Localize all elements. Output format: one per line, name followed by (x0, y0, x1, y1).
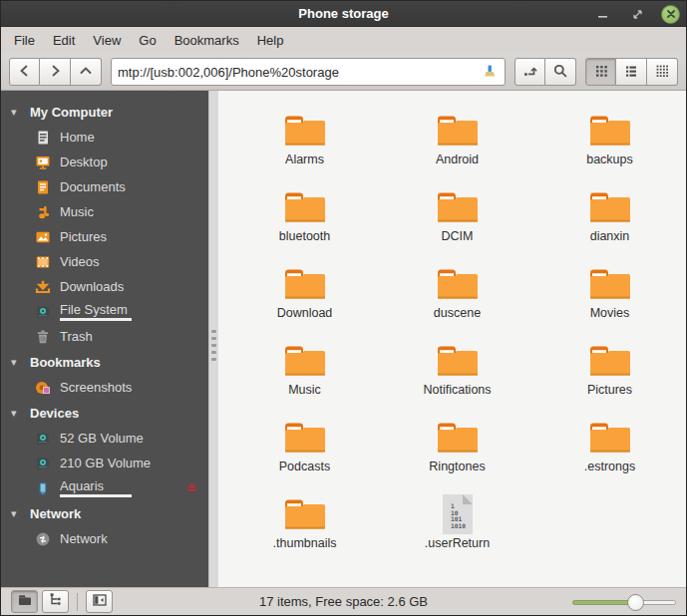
menu-help[interactable]: Help (248, 29, 293, 52)
zoom-slider-handle[interactable] (627, 594, 644, 611)
file-label: Alarms (285, 153, 324, 166)
hide-sidebar-button[interactable] (86, 590, 113, 613)
file-label: DCIM (442, 229, 474, 243)
sidebar-item-home[interactable]: Home (1, 125, 208, 150)
file-grid: AlarmsAndroidbackupsbluetoothDCIMdianxin… (218, 91, 686, 587)
file-label: Pictures (587, 383, 632, 397)
sidebar-item-label: File System (60, 302, 132, 317)
menu-go[interactable]: Go (130, 29, 165, 52)
menu-edit[interactable]: Edit (44, 29, 84, 52)
toggle-location-entry-button[interactable] (515, 58, 545, 86)
file-item-pictures[interactable]: Pictures (533, 333, 686, 410)
sidebar-section-devices[interactable]: ▾Devices (1, 400, 208, 426)
eject-button[interactable] (184, 481, 198, 495)
location-input[interactable] (118, 65, 481, 80)
file-label: .userReturn (425, 536, 490, 550)
file-item-estrongs[interactable]: .estrongs (533, 410, 686, 486)
sidebar-item-label: Trash (60, 329, 93, 344)
svg-text:1010: 1010 (451, 521, 466, 528)
file-item-bluetooth[interactable]: bluetooth (228, 179, 381, 256)
sidebar-item-desktop[interactable]: Desktop (1, 150, 208, 174)
zoom-slider[interactable] (572, 593, 676, 611)
expander-arrow-icon[interactable]: ▾ (11, 106, 21, 119)
pane-separator[interactable] (208, 91, 218, 587)
folder-icon (283, 338, 327, 382)
expander-arrow-icon[interactable]: ▾ (11, 507, 21, 520)
file-item-notifications[interactable]: Notifications (381, 333, 533, 410)
minimize-button[interactable] (593, 4, 613, 24)
view-toggle-group (585, 58, 678, 86)
file-item-ringtones[interactable]: Ringtones (381, 410, 533, 486)
pane-grip-handle[interactable] (211, 330, 216, 361)
pictures-icon (35, 229, 51, 245)
location-action-group (515, 58, 576, 86)
file-label: Movies (590, 306, 630, 320)
statusbar: 17 items, Free space: 2.6 GB (1, 587, 686, 615)
folder-icon (436, 184, 480, 228)
sidebar-item-documents[interactable]: Documents (1, 174, 208, 199)
menu-file[interactable]: File (5, 29, 44, 52)
sidebar-item-52-gb-volume[interactable]: 52 GB Volume (1, 426, 208, 451)
expander-arrow-icon[interactable]: ▾ (11, 356, 21, 369)
sidebar-item-videos[interactable]: Videos (1, 249, 208, 274)
back-button[interactable] (9, 58, 40, 86)
file-label: .estrongs (584, 460, 635, 473)
up-button[interactable] (71, 58, 102, 86)
compact-view-button[interactable] (647, 58, 678, 86)
sidebar-item-downloads[interactable]: Downloads (1, 274, 208, 299)
sidebar-section-network[interactable]: ▾Network (1, 500, 208, 526)
clear-location-brush-icon[interactable] (481, 63, 499, 81)
file-item-alarms[interactable]: Alarms (228, 103, 381, 179)
forward-button[interactable] (40, 58, 71, 86)
sidebar-item-label: Pictures (60, 229, 107, 244)
folder-icon (588, 184, 632, 228)
file-item-backups[interactable]: backups (533, 103, 686, 179)
sidebar-item-label: Videos (60, 254, 100, 269)
file-item-dianxin[interactable]: dianxin (533, 179, 686, 256)
sidebar-item-screenshots[interactable]: Screenshots (1, 375, 208, 400)
file-item-duscene[interactable]: duscene (381, 256, 533, 333)
location-bar[interactable] (111, 58, 506, 86)
phone-icon (35, 480, 51, 496)
sidebar-item-network[interactable]: Network (1, 526, 208, 551)
file-item-thumbnails[interactable]: .thumbnails (228, 486, 381, 563)
drive-icon (35, 431, 51, 447)
sidebar-item-label: Aquaris (60, 478, 132, 493)
sidebar-section-bookmarks[interactable]: ▾Bookmarks (1, 349, 208, 375)
file-item-userreturn[interactable]: 1101011010.userReturn (381, 486, 533, 563)
places-toggle-button[interactable] (11, 590, 38, 613)
file-item-dcim[interactable]: DCIM (381, 179, 533, 256)
treeview-toggle-button[interactable] (42, 590, 69, 613)
file-item-download[interactable]: Download (228, 256, 381, 333)
restore-button[interactable] (627, 4, 647, 24)
sidebar-item-music[interactable]: Music (1, 199, 208, 224)
file-item-android[interactable]: Android (381, 103, 533, 179)
file-label: Android (436, 153, 479, 166)
sidebar-item-label: Music (60, 204, 94, 219)
treeview-icon (48, 592, 64, 611)
sidebar-item-210-gb-volume[interactable]: 210 GB Volume (1, 451, 208, 475)
sidebar-item-label: Screenshots (60, 380, 132, 395)
menu-view[interactable]: View (84, 29, 130, 52)
sidebar-section-my-computer[interactable]: ▾My Computer (1, 99, 208, 125)
expander-arrow-icon[interactable]: ▾ (11, 407, 21, 420)
menu-bookmarks[interactable]: Bookmarks (166, 29, 248, 52)
file-item-movies[interactable]: Movies (533, 256, 686, 333)
search-icon (552, 63, 568, 82)
list-view-button[interactable] (616, 58, 647, 86)
window-title: Phone storage (1, 6, 686, 21)
sidebar-item-aquaris[interactable]: Aquaris (1, 475, 208, 500)
file-label: Podcasts (279, 460, 330, 473)
icon-view-button[interactable] (585, 58, 616, 86)
sidebar-item-pictures[interactable]: Pictures (1, 224, 208, 249)
file-item-music[interactable]: Music (228, 333, 381, 410)
section-label: Devices (30, 406, 79, 421)
sidebar-item-file-system[interactable]: File System (1, 299, 208, 324)
search-button[interactable] (545, 58, 576, 86)
hide-sidebar-icon (92, 592, 108, 611)
close-button[interactable] (661, 5, 680, 24)
file-item-podcasts[interactable]: Podcasts (228, 410, 381, 486)
trash-icon (35, 329, 51, 345)
file-label: Ringtones (429, 460, 485, 473)
sidebar-item-trash[interactable]: Trash (1, 324, 208, 349)
